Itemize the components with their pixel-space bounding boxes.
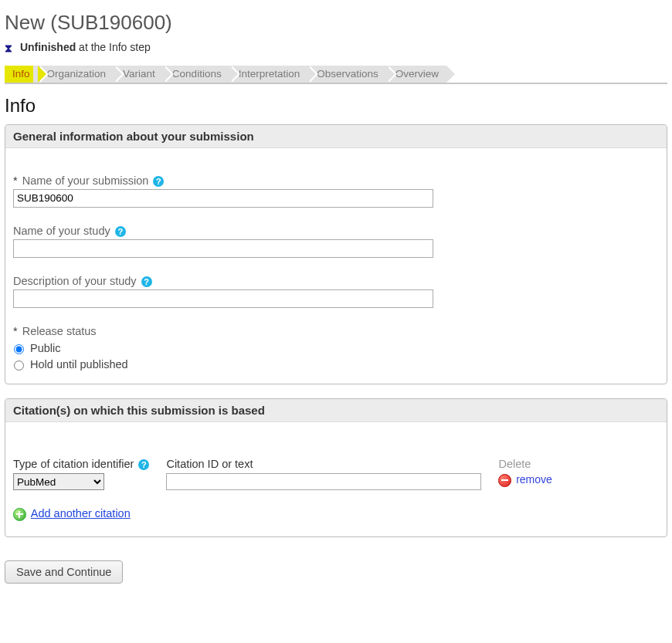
general-info-box: General information about your submissio… — [5, 124, 667, 385]
remove-citation-button[interactable]: remove — [498, 474, 552, 486]
citation-id-input[interactable] — [166, 473, 481, 490]
citation-type-select[interactable]: PubMed — [13, 473, 104, 490]
release-radio-0[interactable] — [14, 344, 24, 354]
add-citation-text: Add another citation — [31, 507, 131, 519]
study-name-input[interactable] — [13, 239, 433, 258]
minus-icon — [498, 474, 511, 487]
release-option-1[interactable]: Hold until published — [13, 357, 659, 373]
hourglass-icon: ⧗ — [5, 42, 15, 55]
remove-text: remove — [516, 473, 552, 486]
release-status-label: * Release status — [13, 325, 659, 337]
citation-id-label: Citation ID or text — [166, 458, 481, 470]
delete-column-label: Delete — [498, 458, 552, 470]
release-radio-1[interactable] — [14, 360, 24, 371]
study-desc-label: Description of your study ? — [13, 275, 659, 287]
citations-box: Citation(s) on which this submission is … — [5, 398, 667, 537]
save-continue-button[interactable]: Save and Continue — [5, 560, 123, 584]
help-icon[interactable]: ? — [153, 176, 164, 187]
status-rest: at the Info step — [76, 41, 151, 53]
page-title: New (SUB190600) — [5, 11, 667, 35]
study-name-label: Name of your study ? — [13, 225, 659, 237]
help-icon[interactable]: ? — [141, 276, 152, 287]
section-heading: Info — [5, 95, 667, 117]
required-marker: * — [13, 325, 18, 337]
help-icon[interactable]: ? — [138, 459, 149, 470]
required-marker: * — [13, 174, 18, 187]
status-row: ⧗ Unfinished at the Info step — [5, 41, 667, 55]
citation-type-label: Type of citation identifier ? — [13, 458, 149, 470]
help-icon[interactable]: ? — [115, 226, 126, 237]
submission-name-label: * Name of your submission ? — [13, 174, 659, 187]
citations-header: Citation(s) on which this submission is … — [5, 399, 667, 422]
release-status-options: Public Hold until published — [13, 340, 659, 373]
study-desc-input[interactable] — [13, 289, 433, 308]
submission-name-input[interactable] — [13, 189, 433, 208]
plus-icon — [13, 508, 26, 521]
status-bold: Unfinished — [20, 41, 76, 53]
release-option-0[interactable]: Public — [13, 340, 659, 357]
general-info-header: General information about your submissio… — [5, 125, 667, 148]
add-citation-button[interactable]: Add another citation — [13, 508, 131, 519]
tabstrip: InfoOrganizationVariantConditionsInterpr… — [5, 63, 667, 84]
